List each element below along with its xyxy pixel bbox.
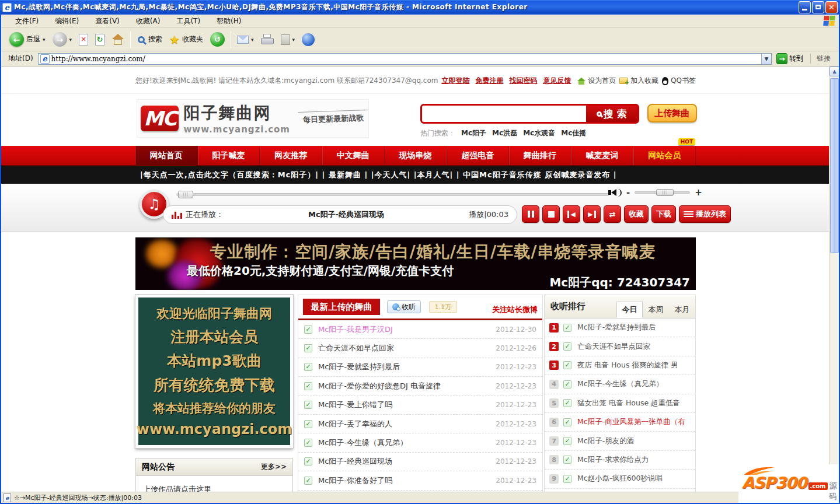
song-title[interactable]: Mc阳子-爱上你错了吗: [318, 400, 496, 410]
favorites-button[interactable]: ★ 收藏夹: [166, 32, 207, 48]
site-search-input[interactable]: [422, 106, 586, 122]
rank-row[interactable]: 9 Mc赵小磊-疯狂600秒说唱: [545, 470, 695, 488]
song-row[interactable]: Mc阳子-爱上你错了吗 2012-12-23: [298, 396, 542, 415]
messenger-button[interactable]: [298, 32, 318, 47]
checkbox-icon[interactable]: [304, 477, 312, 485]
scrollbar-thumb[interactable]: [830, 78, 839, 253]
nav-live-mix[interactable]: 现场串烧: [385, 146, 447, 165]
song-row[interactable]: Mc阳子-我是男子汉DJ 2012-12-30: [298, 320, 542, 339]
hot-keyword[interactable]: Mc佳摇: [561, 128, 586, 138]
tab-this-week[interactable]: 本周: [643, 302, 669, 318]
checkbox-icon[interactable]: [304, 382, 312, 390]
checkbox-icon[interactable]: [563, 380, 571, 388]
close-button[interactable]: ✕: [825, 1, 838, 13]
search-toolbar-button[interactable]: 搜索: [133, 33, 166, 46]
song-title[interactable]: Mc阳子-爱就坚持到最后: [318, 362, 496, 372]
song-row[interactable]: Mc阳子-爱你爱的好疲惫DJ 电音旋律 2012-12-23: [298, 377, 542, 396]
upload-dance-button[interactable]: 上传舞曲: [647, 104, 697, 123]
find-password-link[interactable]: 找回密码: [510, 76, 538, 86]
follow-weibo-link[interactable]: 关注站长微博: [492, 304, 538, 315]
volume-down-button[interactable]: -: [626, 187, 630, 198]
print-button[interactable]: [257, 33, 277, 47]
rank-song-title[interactable]: Mc阳子-爱就坚持到最后: [577, 323, 656, 332]
add-favorite-link[interactable]: 加入收藏: [619, 76, 658, 86]
volume-thumb[interactable]: [656, 189, 674, 196]
rank-song-title[interactable]: 夜店 电音 Hous 很爽的旋律 男: [577, 360, 678, 370]
song-title[interactable]: Mc阳子-今生缘（真兄弟）: [318, 438, 496, 448]
rank-song-title[interactable]: Mc阳子-今生缘（真兄弟）: [577, 379, 663, 389]
song-title[interactable]: Mc阳子-你准备好了吗: [318, 475, 496, 486]
checkbox-icon[interactable]: [563, 437, 571, 445]
back-dropdown-icon[interactable]: ▾: [43, 37, 46, 43]
next-track-button[interactable]: ▶: [583, 205, 601, 223]
checkbox-icon[interactable]: [304, 344, 312, 352]
checkbox-icon[interactable]: [304, 326, 312, 334]
rank-song-title[interactable]: 猛女出笼 电音 House 超重低音: [577, 398, 680, 408]
hot-keyword[interactable]: Mc水观音: [523, 128, 555, 138]
checkbox-icon[interactable]: [563, 475, 571, 483]
qq-bookmark-link[interactable]: QQ书签: [662, 76, 696, 86]
menu-tools[interactable]: 工具(T): [168, 16, 208, 26]
address-dropdown-icon[interactable]: ▼: [761, 54, 771, 64]
marquee-bar[interactable]: |每天点一次,点击此文字（百度搜索：Mc阳子）| | 最新舞曲 | |今天人气|…: [1, 166, 829, 184]
address-input[interactable]: [51, 55, 761, 63]
checkbox-icon[interactable]: [304, 401, 312, 409]
vertical-scrollbar[interactable]: ▲ ▼: [829, 66, 839, 492]
nav-electronic[interactable]: 超强电音: [447, 146, 509, 165]
links-label[interactable]: 链接: [810, 54, 836, 64]
go-button[interactable]: → 转到: [772, 53, 808, 64]
checkbox-icon[interactable]: [563, 324, 571, 332]
history-button[interactable]: ↺: [207, 31, 228, 48]
playlist-button[interactable]: 播放列表: [679, 205, 731, 223]
song-row[interactable]: 亡命天涯不如早点回家 2012-12-26: [298, 339, 542, 358]
scroll-up-icon[interactable]: ▲: [829, 66, 839, 76]
feedback-link[interactable]: 意见反馈: [543, 76, 571, 86]
song-row[interactable]: Mc阳子-今生缘（真兄弟） 2012-12-23: [298, 433, 542, 452]
song-title[interactable]: Mc阳子-我是男子汉DJ: [318, 324, 496, 335]
rank-song-title[interactable]: Mc阳子-求求你给点力: [577, 455, 649, 465]
mail-button[interactable]: ▾: [233, 34, 257, 45]
volume-up-button[interactable]: +: [695, 187, 702, 198]
mail-dropdown-icon[interactable]: ▾: [251, 37, 254, 43]
checkbox-icon[interactable]: [304, 363, 312, 371]
rank-row[interactable]: 3 夜店 电音 Hous 很爽的旋律 男: [545, 356, 695, 375]
checkbox-icon[interactable]: [563, 418, 571, 426]
hot-keyword[interactable]: Mc洪磊: [492, 128, 517, 138]
previous-track-button[interactable]: ◀: [563, 205, 580, 223]
nav-chinese-dance[interactable]: 中文舞曲: [322, 146, 385, 165]
site-logo[interactable]: MC 阳子舞曲网 www.mcyangzi.com 每日更新最新战歌: [137, 99, 369, 138]
song-row[interactable]: Mc阳子-爱就坚持到最后 2012-12-23: [298, 358, 542, 377]
rank-row[interactable]: 6 Mc阳子-商业风暴第一张单曲（有: [545, 413, 695, 432]
minimize-button[interactable]: [799, 1, 811, 13]
progress-slider[interactable]: [176, 193, 609, 196]
promo-banner[interactable]: 专业制作：空间/家族/告白/婚礼/生日/车载/串烧等录音喊麦 最低价格20元,支…: [135, 237, 696, 290]
menu-file[interactable]: 文件(F): [7, 16, 47, 26]
forward-dropdown-icon[interactable]: ▾: [69, 37, 72, 43]
rank-row[interactable]: 7 Mc阳子-朋友的酒: [545, 432, 695, 450]
checkbox-icon[interactable]: [563, 342, 571, 351]
song-title[interactable]: Mc阳子-经典巡回现场: [318, 456, 496, 467]
rank-song-title[interactable]: Mc阳子-商业风暴第一张单曲（有: [577, 417, 685, 427]
home-button[interactable]: [108, 33, 128, 47]
back-button[interactable]: ← 后退 ▾: [6, 31, 49, 48]
checkbox-icon[interactable]: [563, 456, 571, 464]
song-title[interactable]: 亡命天涯不如早点回家: [318, 343, 496, 354]
song-row[interactable]: Mc阳子-经典巡回现场 2012-12-23: [298, 453, 542, 471]
checkbox-icon[interactable]: [304, 439, 312, 447]
checkbox-icon[interactable]: [563, 399, 571, 407]
progress-thumb[interactable]: [178, 191, 193, 198]
edit-button[interactable]: ▾: [277, 33, 299, 46]
stop-button[interactable]: ✕: [75, 33, 92, 47]
song-title[interactable]: Mc阳子-丢了幸福的人: [318, 419, 496, 429]
pause-button[interactable]: [522, 205, 539, 223]
rank-song-title[interactable]: 亡命天涯不如早点回家: [577, 342, 650, 352]
song-row[interactable]: Mc阳子-你准备好了吗 2012-12-23: [298, 471, 542, 490]
nav-home[interactable]: 网站首页: [135, 146, 198, 165]
nav-ranking[interactable]: 舞曲排行: [509, 146, 571, 165]
nav-lyrics[interactable]: 喊麦麦词: [571, 146, 634, 165]
menu-favorites[interactable]: 收藏(A): [128, 16, 169, 26]
rank-row[interactable]: 1 Mc阳子-爱就坚持到最后: [545, 318, 695, 337]
song-row[interactable]: Mc阳子-丢了幸福的人 2012-12-23: [298, 415, 542, 433]
weibo-listen-button[interactable]: 收听: [387, 300, 421, 313]
notice-more-link[interactable]: 更多>>: [261, 462, 287, 472]
